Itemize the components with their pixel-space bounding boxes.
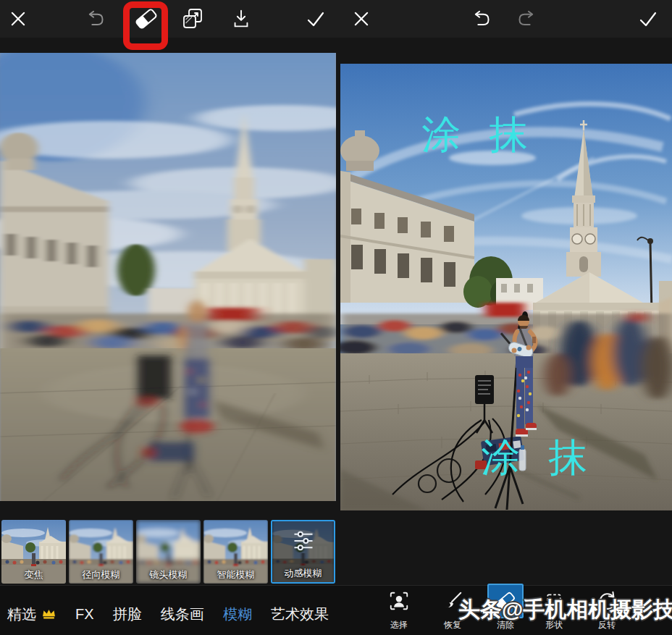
top-toolbar (0, 0, 672, 38)
menu-item-face[interactable]: 拼脸 (113, 605, 142, 624)
effect-category-menu: 精选 FX 拼脸 线条画 模糊 艺术效果 (0, 598, 336, 630)
close-icon[interactable] (347, 4, 376, 33)
menu-item-label: 艺术效果 (271, 605, 329, 624)
filter-thumb-label: 变焦 (1, 568, 66, 581)
confirm-icon[interactable] (634, 4, 663, 33)
menu-item-artistic[interactable]: 艺术效果 (271, 605, 329, 624)
menu-item-label: 精选 (7, 605, 36, 624)
menu-item-featured[interactable]: 精选 (7, 605, 56, 624)
filter-thumb-label: 镜头模糊 (136, 568, 201, 581)
filter-thumb-label: 径向模糊 (69, 568, 133, 581)
watermark-text: 头条@手机相机摄影技巧 (458, 595, 672, 625)
menu-item-sketch[interactable]: 线条画 (161, 605, 204, 624)
menu-item-fx[interactable]: FX (75, 606, 94, 623)
filter-thumb-label: 动感模糊 (272, 567, 334, 580)
undo-icon[interactable] (466, 4, 495, 33)
select-person-icon (381, 584, 417, 618)
tool-select[interactable]: 选择 (378, 584, 420, 631)
filter-thumb-label: 智能模糊 (203, 568, 268, 581)
confirm-icon[interactable] (301, 4, 330, 33)
filter-thumb-lens-blur[interactable]: 镜头模糊 (136, 520, 201, 584)
vip-crown-icon (41, 608, 56, 620)
left-photo-motion-blurred[interactable] (0, 53, 336, 501)
undo-icon[interactable] (80, 4, 109, 33)
sliders-icon (291, 530, 316, 555)
menu-item-label: FX (75, 606, 94, 623)
filter-thumb-radial-blur[interactable]: 径向模糊 (69, 520, 133, 584)
annotation-smudge-bottom: 涂 抹 (481, 435, 596, 479)
right-photo-smudged-result[interactable]: 涂 抹 涂 抹 (340, 64, 672, 510)
filter-thumb-zoom[interactable]: 变焦 (1, 520, 66, 584)
download-icon[interactable] (227, 4, 256, 33)
tool-label: 选择 (378, 619, 420, 631)
filter-thumb-motion-blur-selected[interactable]: 动感模糊 (271, 520, 335, 584)
menu-item-label: 线条画 (161, 605, 204, 624)
menu-item-label: 模糊 (223, 605, 252, 624)
photo-editor-comparison-screen: 涂 抹 涂 抹 (0, 0, 672, 635)
close-icon[interactable] (4, 4, 33, 33)
redo-icon[interactable] (513, 4, 542, 33)
menu-item-blur-active[interactable]: 模糊 (223, 605, 252, 624)
annotation-smudge-top: 涂 抹 (421, 112, 537, 156)
blur-filter-thumbnails: 变焦 径向模糊 镜头模糊 智能模糊 (0, 520, 336, 584)
copy-to-new-icon[interactable] (178, 4, 207, 33)
filter-thumb-smart-blur[interactable]: 智能模糊 (203, 520, 268, 584)
menu-item-label: 拼脸 (113, 605, 142, 624)
highlight-box-eraser-tool (123, 1, 168, 50)
